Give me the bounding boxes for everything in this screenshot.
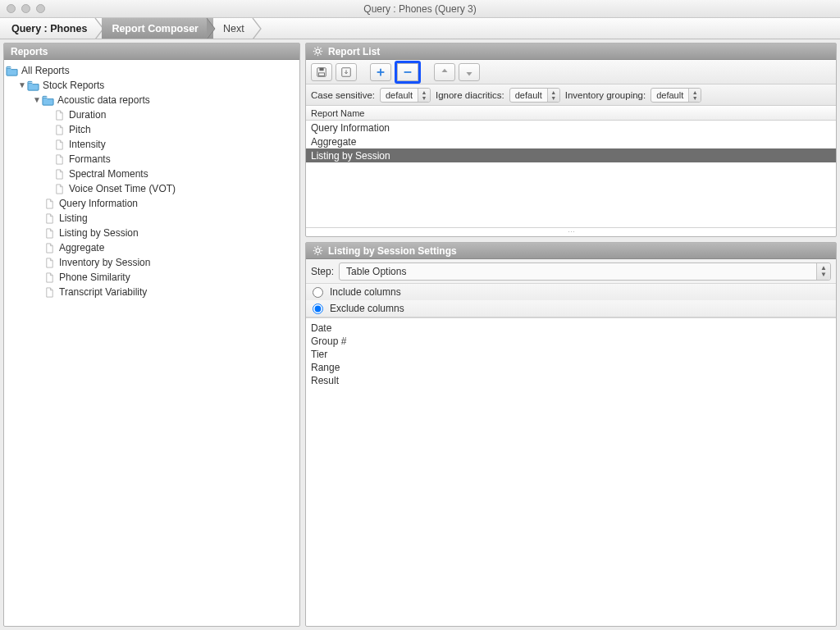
window-title: Query : Phones (Query 3) [0, 3, 840, 15]
disclosure-triangle-icon[interactable]: ▼ [17, 78, 27, 93]
panel-title: Report List [328, 46, 380, 57]
file-icon [43, 198, 56, 209]
disclosure-triangle-icon[interactable]: ▼ [32, 93, 42, 107]
step-select[interactable]: Table Options ▲▼ [339, 262, 831, 281]
tree-item[interactable]: Formants [6, 152, 298, 167]
gear-icon [313, 245, 323, 256]
reports-tree[interactable]: All Reports ▼ Stock Reports ▼ Acoustic d… [4, 60, 299, 626]
move-up-button[interactable] [434, 63, 455, 81]
tree-label: Aggregate [59, 240, 104, 255]
list-item[interactable]: Date [311, 322, 831, 335]
save-button[interactable] [311, 63, 332, 81]
minimize-window-button[interactable] [21, 4, 30, 13]
breadcrumb-item-query[interactable]: Query : Phones [2, 18, 102, 39]
svg-rect-12 [319, 72, 325, 75]
tree-label: All Reports [21, 63, 70, 78]
breadcrumb-item-report-composer[interactable]: Report Composer [102, 18, 213, 39]
table-row[interactable]: Query Information [306, 121, 836, 135]
select-value: default [656, 90, 683, 100]
tree-item-all-reports[interactable]: All Reports [6, 63, 298, 78]
settings-header: Listing by Session Settings [306, 243, 836, 259]
tree-label: Pitch [69, 122, 91, 137]
tree-label: Listing by Session [59, 226, 139, 240]
breadcrumb-item-next[interactable]: Next [213, 18, 259, 39]
tree-label: Duration [69, 107, 106, 122]
add-report-button[interactable] [370, 63, 391, 81]
step-label: Step: [311, 266, 334, 277]
svg-line-9 [320, 48, 321, 48]
list-item[interactable]: Tier [311, 348, 831, 361]
radio-label: Include columns [330, 286, 401, 298]
select-value: Table Options [346, 266, 406, 277]
tree-item[interactable]: Listing [6, 211, 298, 226]
svg-line-23 [320, 253, 321, 253]
report-list-toolbar [306, 60, 836, 84]
settings-panel: Listing by Session Settings Step: Table … [305, 242, 837, 627]
include-columns-radio[interactable]: Include columns [306, 284, 836, 300]
tree-item[interactable]: Intensity [6, 137, 298, 152]
report-table-header[interactable]: Report Name [306, 106, 836, 121]
ignore-diacritics-select[interactable]: default ▲▼ [509, 88, 560, 103]
radio-input[interactable] [313, 304, 323, 314]
select-value: default [515, 90, 542, 100]
report-list-options: Case sensitive: default ▲▼ Ignore diacri… [306, 84, 836, 106]
select-value: default [386, 90, 413, 100]
inventory-grouping-select[interactable]: default ▲▼ [651, 88, 701, 103]
close-window-button[interactable] [7, 4, 16, 13]
table-row[interactable]: Aggregate [306, 135, 836, 148]
remove-report-button[interactable] [397, 63, 418, 81]
tree-item[interactable]: Transcript Variability [6, 285, 298, 299]
report-table-empty-area[interactable] [306, 162, 836, 228]
traffic-lights [7, 4, 45, 13]
svg-line-25 [320, 247, 321, 248]
folder-icon [27, 80, 39, 91]
svg-point-1 [316, 49, 320, 53]
breadcrumb-label: Next [223, 23, 244, 34]
tree-label: Inventory by Session [59, 255, 150, 270]
move-down-button[interactable] [459, 63, 480, 81]
list-item[interactable]: Result [311, 374, 831, 387]
tree-label: Spectral Moments [69, 167, 148, 181]
exclude-columns-radio[interactable]: Exclude columns [306, 300, 836, 317]
case-sensitive-select[interactable]: default ▲▼ [380, 88, 431, 103]
save-down-button[interactable] [336, 63, 357, 81]
report-table-body: Query InformationAggregateListing by Ses… [306, 121, 836, 162]
radio-input[interactable] [313, 287, 323, 298]
columns-list[interactable]: DateGroup #TierRangeResult [306, 317, 836, 626]
tree-item-acoustic[interactable]: ▼ Acoustic data reports [6, 93, 298, 107]
remove-report-highlight [395, 61, 421, 84]
tree-label: Phone Similarity [59, 270, 130, 285]
file-icon [43, 242, 56, 253]
file-icon [53, 109, 66, 121]
file-icon [53, 139, 66, 150]
panel-title: Listing by Session Settings [328, 245, 457, 257]
radio-label: Exclude columns [330, 303, 404, 314]
tree-item[interactable]: Pitch [6, 122, 298, 137]
tree-item[interactable]: Voice Onset Time (VOT) [6, 181, 298, 196]
zoom-window-button[interactable] [36, 4, 45, 13]
tree-item[interactable]: Listing by Session [6, 226, 298, 240]
list-item[interactable]: Range [311, 361, 831, 374]
file-icon [53, 153, 66, 165]
case-sensitive-label: Case sensitive: [311, 90, 375, 100]
svg-line-6 [314, 48, 315, 48]
report-list-header: Report List [306, 43, 836, 60]
table-row[interactable]: Listing by Session [306, 148, 836, 162]
stepper-icon: ▲▼ [418, 89, 430, 102]
report-list-panel: Report List [305, 43, 837, 237]
svg-point-17 [316, 249, 320, 253]
tree-item[interactable]: Aggregate [6, 240, 298, 255]
split-grip-icon[interactable]: ⋯ [306, 228, 836, 236]
tree-item[interactable]: Inventory by Session [6, 255, 298, 270]
tree-item[interactable]: Phone Similarity [6, 270, 298, 285]
list-item[interactable]: Group # [311, 335, 831, 348]
step-row: Step: Table Options ▲▼ [306, 259, 836, 284]
tree-item-stock-reports[interactable]: ▼ Stock Reports [6, 78, 298, 93]
svg-line-7 [320, 53, 321, 54]
gear-icon [313, 46, 323, 57]
tree-item[interactable]: Query Information [6, 196, 298, 211]
ignore-diacritics-label: Ignore diacritics: [436, 90, 504, 100]
tree-item[interactable]: Spectral Moments [6, 167, 298, 181]
tree-item[interactable]: Duration [6, 107, 298, 122]
tree-label: Acoustic data reports [57, 93, 150, 107]
